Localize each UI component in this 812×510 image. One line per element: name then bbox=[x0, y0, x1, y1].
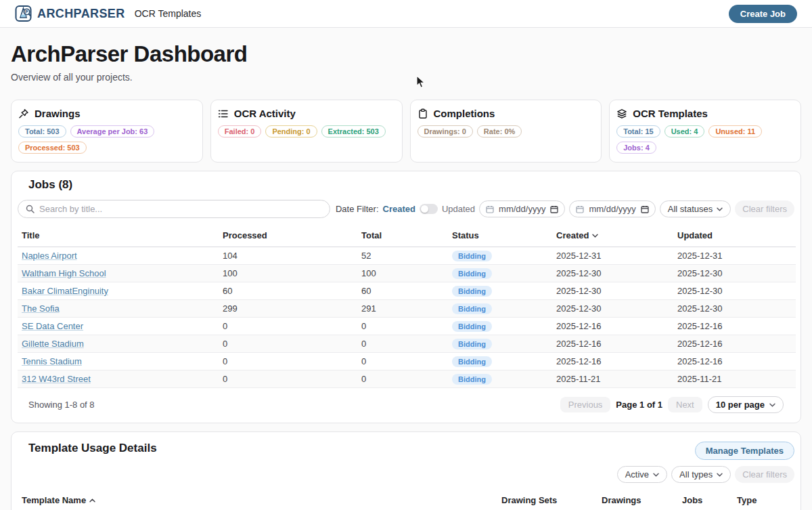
column-header-processed[interactable]: Processed bbox=[219, 226, 357, 247]
job-processed-cell: 100 bbox=[219, 265, 357, 282]
jobs-table-footer: Showing 1-8 of 8 Previous Page 1 of 1 Ne… bbox=[18, 388, 794, 416]
job-title-link[interactable]: 312 W43rd Street bbox=[22, 374, 91, 384]
job-row: The Sofia 299 291 Bidding 2025-12-30 202… bbox=[18, 300, 796, 318]
stat-badge: Total: 15 bbox=[616, 125, 660, 137]
clipboard-icon bbox=[418, 108, 428, 119]
job-created-cell: 2025-12-30 bbox=[552, 282, 673, 300]
job-processed-cell: 104 bbox=[219, 247, 357, 265]
job-total-cell: 291 bbox=[357, 300, 448, 318]
type-filter-dropdown[interactable]: All types bbox=[671, 466, 731, 483]
job-status-badge: Bidding bbox=[452, 286, 492, 297]
date-from-placeholder: mm/dd/yyyy bbox=[499, 204, 545, 214]
job-created-cell: 2025-11-21 bbox=[552, 370, 673, 388]
column-header-drawing-sets[interactable]: Drawing Sets bbox=[497, 491, 597, 510]
column-header-drawings[interactable]: Drawings bbox=[597, 491, 678, 510]
status-filter-dropdown[interactable]: All statuses bbox=[660, 200, 731, 217]
column-header-title[interactable]: Title bbox=[18, 226, 219, 247]
brand-name: ARCHPARSER bbox=[37, 7, 125, 21]
job-total-cell: 100 bbox=[357, 265, 448, 282]
date-filters: Date Filter: Created Updated mm/dd/yyyy bbox=[336, 200, 794, 217]
job-updated-cell: 2025-12-30 bbox=[673, 282, 796, 300]
stat-badge: Processed: 503 bbox=[18, 142, 87, 154]
job-processed-cell: 0 bbox=[219, 370, 357, 388]
job-row: SE Data Center 0 0 Bidding 2025-12-16 20… bbox=[18, 318, 796, 335]
stat-badges: Drawings: 0Rate: 0% bbox=[418, 125, 595, 137]
job-title-cell: Naples Airport bbox=[18, 247, 219, 265]
calendar-icon bbox=[486, 205, 494, 213]
job-processed-cell: 0 bbox=[219, 318, 357, 335]
active-filter-label: Active bbox=[625, 469, 649, 480]
job-row: Gillette Stadium 0 0 Bidding 2025-12-16 … bbox=[18, 335, 796, 353]
job-created-cell: 2025-12-16 bbox=[552, 353, 673, 370]
job-processed-cell: 0 bbox=[219, 353, 357, 370]
stat-card-completions: Completions Drawings: 0Rate: 0% bbox=[410, 100, 602, 163]
column-header-created[interactable]: Created bbox=[552, 226, 673, 247]
job-created-cell: 2025-12-30 bbox=[552, 265, 673, 282]
date-picker-icon[interactable] bbox=[550, 205, 558, 213]
column-header-updated[interactable]: Updated bbox=[673, 226, 796, 247]
date-to-input[interactable]: mm/dd/yyyy bbox=[569, 200, 655, 217]
date-filter-updated-label: Updated bbox=[442, 204, 475, 214]
create-job-button[interactable]: Create Job bbox=[729, 5, 797, 23]
stat-badges: Total: 15Used: 4Unused: 11Jobs: 4 bbox=[616, 125, 794, 154]
active-filter-dropdown[interactable]: Active bbox=[617, 466, 667, 483]
column-header-type[interactable]: Type bbox=[733, 491, 796, 510]
manage-templates-button[interactable]: Manage Templates bbox=[695, 442, 794, 460]
pin-icon bbox=[18, 108, 29, 119]
stat-badges: Total: 503Average per Job: 63Processed: … bbox=[18, 125, 196, 154]
date-filter-toggle[interactable] bbox=[420, 204, 438, 214]
stat-badge: Drawings: 0 bbox=[418, 125, 473, 137]
job-created-cell: 2025-12-16 bbox=[552, 335, 673, 353]
pagination: Previous Page 1 of 1 Next 10 per page bbox=[560, 396, 784, 413]
jobs-title: Jobs (8) bbox=[18, 178, 794, 192]
job-title-link[interactable]: The Sofia bbox=[22, 303, 60, 314]
column-header-jobs[interactable]: Jobs bbox=[678, 491, 733, 510]
job-processed-cell: 0 bbox=[219, 335, 357, 353]
previous-page-button[interactable]: Previous bbox=[560, 397, 611, 412]
column-header-total[interactable]: Total bbox=[357, 226, 448, 247]
job-title-link[interactable]: SE Data Center bbox=[22, 321, 83, 331]
stat-card-title: OCR Activity bbox=[234, 108, 296, 119]
jobs-table: Title Processed Total Status Created Upd… bbox=[18, 226, 796, 388]
job-title-cell: Waltham High School bbox=[18, 265, 219, 282]
search-input[interactable] bbox=[39, 204, 322, 214]
clear-filters-button[interactable]: Clear filters bbox=[735, 466, 794, 483]
job-title-link[interactable]: Tennis Stadium bbox=[22, 356, 82, 366]
jobs-table-body: Naples Airport 104 52 Bidding 2025-12-31… bbox=[18, 247, 796, 388]
per-page-dropdown[interactable]: 10 per page bbox=[708, 396, 784, 413]
sort-asc-icon bbox=[89, 498, 95, 503]
job-title-link[interactable]: Naples Airport bbox=[22, 251, 77, 261]
job-updated-cell: 2025-12-16 bbox=[673, 335, 796, 353]
job-title-link[interactable]: Gillette Stadium bbox=[22, 339, 84, 349]
job-processed-cell: 299 bbox=[219, 300, 357, 318]
job-row: 312 W43rd Street 0 0 Bidding 2025-11-21 … bbox=[18, 370, 796, 388]
stat-card-ocr-activity: OCR Activity Failed: 0Pending: 0Extracte… bbox=[210, 100, 403, 163]
job-title-link[interactable]: Waltham High School bbox=[22, 268, 106, 278]
clear-filters-button[interactable]: Clear filters bbox=[735, 200, 794, 217]
list-icon bbox=[218, 108, 229, 119]
job-status-badge: Bidding bbox=[452, 321, 492, 332]
date-picker-icon[interactable] bbox=[641, 205, 649, 213]
column-header-template-name[interactable]: Template Name bbox=[18, 491, 497, 510]
templates-table-header: Template Name Drawing Sets Drawings Jobs… bbox=[18, 491, 796, 510]
next-page-button[interactable]: Next bbox=[668, 397, 702, 412]
job-title-cell: 312 W43rd Street bbox=[18, 370, 219, 388]
job-status-cell: Bidding bbox=[448, 370, 552, 388]
job-updated-cell: 2025-12-16 bbox=[673, 353, 796, 370]
date-from-input[interactable]: mm/dd/yyyy bbox=[479, 200, 565, 217]
job-title-cell: The Sofia bbox=[18, 300, 219, 318]
job-updated-cell: 2025-12-30 bbox=[673, 300, 796, 318]
status-filter-label: All statuses bbox=[668, 204, 713, 214]
job-row: Bakar ClimatEnginuity 60 60 Bidding 2025… bbox=[18, 282, 796, 300]
job-title-link[interactable]: Bakar ClimatEnginuity bbox=[22, 286, 108, 296]
template-filters: Active All types Clear filters bbox=[18, 466, 794, 483]
calendar-icon bbox=[576, 205, 584, 213]
stat-badge: Used: 4 bbox=[664, 125, 705, 137]
per-page-label: 10 per page bbox=[716, 400, 765, 410]
job-status-cell: Bidding bbox=[448, 318, 552, 335]
column-header-status[interactable]: Status bbox=[448, 226, 552, 247]
search-box bbox=[18, 200, 330, 218]
layers-icon bbox=[616, 108, 627, 119]
template-usage-section: Template Usage Details Manage Templates … bbox=[11, 431, 801, 510]
job-updated-cell: 2025-12-30 bbox=[673, 265, 796, 282]
